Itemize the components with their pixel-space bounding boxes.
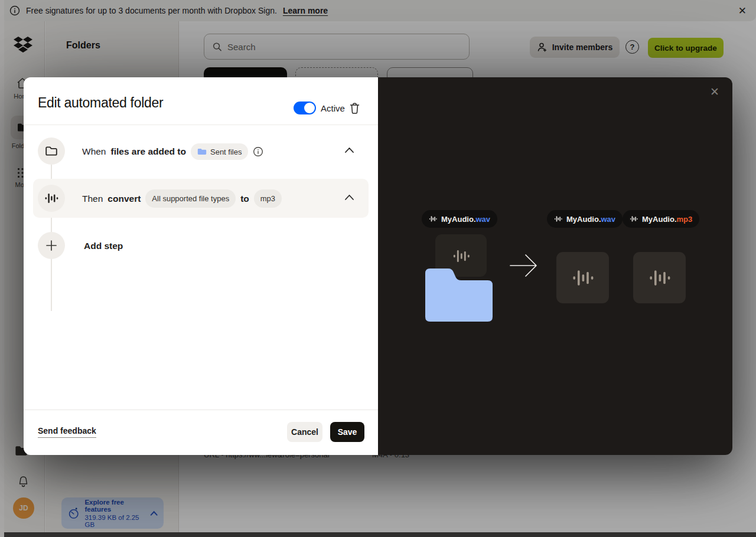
automation-editor-panel: Edit automated folder Active When files … xyxy=(24,77,378,455)
step2-prefix: Then xyxy=(82,194,103,204)
header-divider xyxy=(24,125,378,125)
step2-icon-circle xyxy=(38,185,65,212)
file-name: MyAudio. xyxy=(566,215,601,224)
plus-icon xyxy=(45,240,57,251)
waveform-icon xyxy=(630,215,638,223)
step1-row[interactable]: When files are added to Sent files xyxy=(82,143,263,160)
file-label-converted: MyAudio.mp3 xyxy=(623,210,699,228)
step2-format-label: mp3 xyxy=(260,194,275,203)
waveform-icon xyxy=(44,191,58,205)
step2-format-chip[interactable]: mp3 xyxy=(254,189,282,208)
blue-folder-graphic xyxy=(425,267,493,322)
file-label-source: MyAudio.wav xyxy=(422,210,497,228)
active-label: Active xyxy=(321,103,345,113)
step2-filetypes-label: All supported file types xyxy=(152,194,229,203)
edit-automated-folder-dialog: Edit automated folder Active When files … xyxy=(24,77,732,455)
add-step-button[interactable]: Add step xyxy=(84,241,123,251)
step1-icon-circle xyxy=(38,137,65,165)
waveform-icon xyxy=(554,215,562,223)
file-name: MyAudio. xyxy=(642,215,677,224)
automation-preview-panel: ✕ MyAudio.wav MyAudio.wav MyAudio.mp3 xyxy=(378,77,732,455)
file-ext: wav xyxy=(476,215,491,224)
audio-file-tile-wav xyxy=(556,252,609,303)
trash-icon[interactable] xyxy=(349,102,360,114)
step1-collapse-chevron-icon[interactable] xyxy=(344,147,354,153)
save-button[interactable]: Save xyxy=(330,422,364,442)
step2-collapse-chevron-icon[interactable] xyxy=(344,194,354,201)
active-toggle[interactable] xyxy=(294,101,316,114)
step2-bold: convert xyxy=(107,194,141,204)
blue-folder-icon xyxy=(197,148,207,156)
info-icon[interactable] xyxy=(253,146,263,157)
add-step-circle[interactable] xyxy=(38,232,65,259)
file-name: MyAudio. xyxy=(441,215,476,224)
dialog-title: Edit automated folder xyxy=(38,95,163,111)
file-label-original: MyAudio.wav xyxy=(547,210,623,228)
file-ext: mp3 xyxy=(677,215,693,224)
step1-chip-label: Sent files xyxy=(210,148,242,156)
waveform-icon xyxy=(451,247,471,265)
folder-outline-icon xyxy=(45,145,58,158)
step2-row[interactable]: Then convert All supported file types to… xyxy=(82,189,282,208)
step2-to: to xyxy=(240,194,249,204)
audio-file-tile-mp3 xyxy=(633,252,686,303)
step1-prefix: When xyxy=(82,146,106,157)
step1-folder-chip[interactable]: Sent files xyxy=(191,143,248,160)
file-ext: wav xyxy=(601,215,616,224)
footer-divider xyxy=(24,410,378,410)
step1-bold: files are added to xyxy=(111,146,186,157)
send-feedback-link[interactable]: Send feedback xyxy=(38,426,96,438)
dialog-close-icon[interactable]: ✕ xyxy=(710,85,719,99)
waveform-icon xyxy=(571,267,595,289)
step2-filetypes-chip[interactable]: All supported file types xyxy=(145,189,236,208)
toggle-knob xyxy=(304,103,315,113)
arrow-right-icon xyxy=(509,251,540,280)
waveform-icon xyxy=(429,215,437,223)
waveform-icon xyxy=(647,267,672,289)
cancel-button[interactable]: Cancel xyxy=(287,422,322,442)
